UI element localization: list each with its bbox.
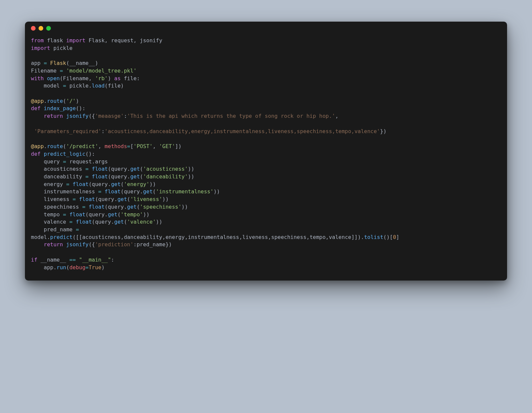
code-line: instrumentalness = float(query.get('inst…	[31, 188, 220, 195]
code-line: Filename = 'model/model_tree.pkl'	[31, 68, 137, 74]
maximize-icon[interactable]	[46, 26, 51, 31]
code-line: model.predict([[acousticness,danceabilit…	[31, 234, 399, 240]
code-line: from flask import Flask, request, jsonif…	[31, 37, 162, 44]
code-line: danceability = float(query.get('danceabi…	[31, 173, 194, 180]
code-line: return jsonify({'meaasge':'This is the a…	[31, 113, 338, 119]
code-line: query = request.args	[31, 158, 108, 165]
code-line: pred_name =	[31, 226, 82, 233]
code-line: if __name__ == "__main__":	[31, 257, 114, 263]
code-line: model = pickle.load(file)	[31, 83, 124, 89]
code-window: from flask import Flask, request, jsonif…	[25, 22, 507, 281]
code-line: energy = float(query.get('energy'))	[31, 181, 156, 187]
code-line: @app.route('/')	[31, 98, 79, 104]
code-line: 'Parameters_required':'acousticness,danc…	[31, 128, 386, 134]
code-line: def predict_logic():	[31, 151, 95, 157]
close-icon[interactable]	[31, 26, 36, 31]
code-line: with open(Filename, 'rb') as file:	[31, 75, 140, 82]
code-line: acousticness = float(query.get('acoustic…	[31, 166, 194, 172]
code-line: tempo = float(query.get('tempo'))	[31, 211, 150, 218]
code-line: speechiness = float(query.get('speechine…	[31, 204, 188, 210]
code-block: from flask import Flask, request, jsonif…	[25, 35, 507, 281]
code-line: liveness = float(query.get('liveness'))	[31, 196, 169, 202]
code-line: return jsonify({'prediction':pred_name})	[31, 241, 172, 248]
minimize-icon[interactable]	[39, 26, 43, 31]
titlebar	[25, 22, 507, 35]
code-line: app = Flask(__name__)	[31, 60, 98, 66]
code-line: app.run(debug=True)	[31, 264, 105, 271]
code-line: @app.route('/predict', methods=['POST', …	[31, 143, 182, 149]
code-line: def index_page():	[31, 105, 85, 111]
code-line: import pickle	[31, 45, 72, 51]
code-line: valence = float(query.get('valence'))	[31, 219, 162, 225]
